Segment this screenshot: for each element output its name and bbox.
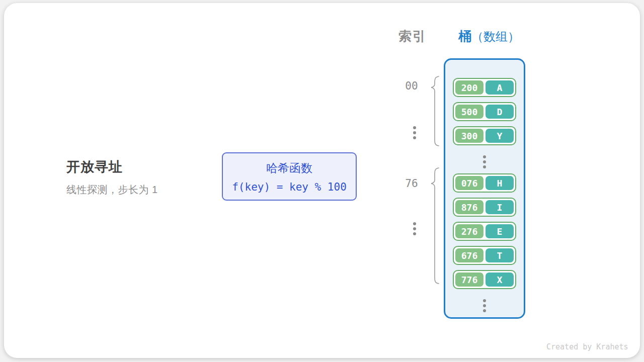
dot	[413, 131, 416, 134]
kv-pair-row: 776X	[453, 270, 516, 289]
kv-pair-row: 676T	[453, 246, 516, 265]
diagram-card: 开放寻址 线性探测，步长为 1 哈希函数 f(key) = key % 100 …	[4, 3, 640, 358]
dot	[483, 155, 486, 158]
bucket-header-bold: 桶	[458, 29, 471, 44]
dot	[413, 232, 416, 235]
vertical-ellipsis-bucket	[483, 150, 486, 173]
vertical-ellipsis-bucket	[483, 294, 486, 317]
value-pill: T	[486, 248, 514, 262]
value-pill: D	[486, 105, 514, 119]
value-pill: I	[486, 200, 514, 214]
key-pill: 200	[455, 80, 484, 95]
dot	[413, 227, 416, 230]
kv-pair-row: 076H	[453, 173, 516, 193]
index-column-header: 索引	[398, 28, 427, 45]
index-label-00: 00	[400, 80, 423, 92]
dot	[483, 165, 486, 168]
value-pill: H	[486, 176, 514, 190]
key-pill: 676	[455, 248, 484, 262]
dot	[413, 126, 416, 129]
dot	[483, 160, 486, 163]
kv-pair-row: 500D	[453, 102, 516, 121]
bucket-header-rest: （数组）	[471, 30, 520, 43]
curly-brace-group-1	[429, 75, 440, 147]
key-pill: 876	[455, 200, 484, 214]
kv-pair-row: 200A	[453, 78, 516, 97]
hash-function-box: 哈希函数 f(key) = key % 100	[222, 152, 357, 201]
key-pill: 500	[455, 105, 484, 119]
dot	[483, 304, 486, 307]
diagram-canvas: 开放寻址 线性探测，步长为 1 哈希函数 f(key) = key % 100 …	[0, 0, 644, 362]
dot	[483, 309, 486, 312]
diagram-title: 开放寻址	[66, 158, 123, 176]
index-label-76: 76	[400, 177, 423, 190]
key-pill: 776	[455, 273, 484, 287]
vertical-ellipsis-index-1	[413, 126, 416, 139]
key-pill: 276	[455, 224, 484, 238]
hash-function-formula: f(key) = key % 100	[232, 181, 347, 193]
bucket-array-container: 200A500D300Y076H876I276E676T776X	[444, 58, 525, 319]
value-pill: A	[486, 80, 514, 95]
value-pill: X	[486, 273, 514, 287]
bucket-column-header: 桶（数组）	[458, 28, 520, 45]
watermark: Created by Krahets	[546, 342, 628, 351]
value-pill: Y	[486, 129, 514, 143]
vertical-ellipsis-index-2	[413, 222, 416, 235]
kv-pair-row: 876I	[453, 198, 516, 217]
key-pill: 076	[455, 176, 484, 190]
dot	[483, 299, 486, 302]
dot	[413, 222, 416, 225]
curly-brace-group-2	[429, 167, 440, 285]
kv-pair-row: 276E	[453, 222, 516, 241]
hash-function-title: 哈希函数	[266, 160, 312, 176]
kv-pair-row: 300Y	[453, 126, 516, 145]
value-pill: E	[486, 224, 514, 238]
diagram-subtitle: 线性探测，步长为 1	[66, 183, 158, 197]
key-pill: 300	[455, 129, 484, 143]
dot	[413, 136, 416, 139]
